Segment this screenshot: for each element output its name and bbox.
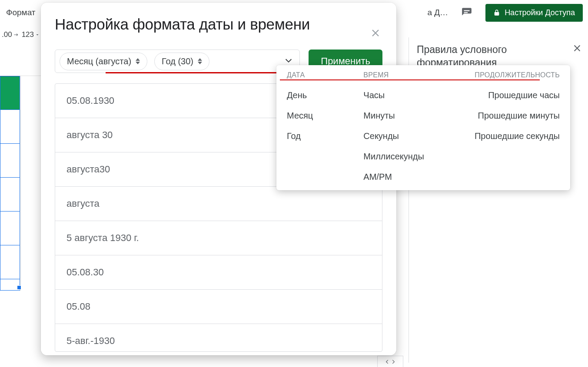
popover-option[interactable]: Минуты [363, 106, 424, 126]
arrow-right-icon [13, 32, 19, 38]
selected-range-cell[interactable] [0, 110, 20, 144]
token-chip-label: Месяц (августа) [67, 56, 131, 66]
popover-option[interactable]: Прошедшие секунды [475, 126, 560, 146]
popover-column-header: ПРОДОЛЖИТЕЛЬНОСТЬ [475, 71, 560, 79]
popover-option[interactable]: Часы [363, 85, 424, 106]
popover-column-date: ДАТА День Месяц Год [287, 71, 313, 187]
share-button[interactable]: Настройки Доступа [485, 4, 583, 22]
popover-option[interactable]: День [287, 85, 313, 106]
menu-format[interactable]: Формат [6, 8, 36, 17]
token-type-popover: ДАТА День Месяц Год ВРЕМЯ Часы Минуты Се… [276, 65, 570, 190]
popover-option[interactable]: AM/PM [363, 167, 424, 187]
chevron-right-icon [390, 359, 396, 365]
lock-icon [493, 9, 500, 17]
popover-option[interactable]: Секунды [363, 126, 424, 146]
format-token-editor: Месяц (августа) Год (30) [55, 50, 300, 73]
selected-range-cell[interactable] [0, 144, 20, 178]
popover-option[interactable]: Прошедшие часы [475, 85, 560, 106]
format-preset-item[interactable]: 5-авг.-1930 [55, 324, 382, 352]
selected-range-cell[interactable] [0, 178, 20, 212]
close-icon [370, 28, 381, 38]
dialog-title: Настройка формата даты и времени [55, 16, 382, 33]
tool-decimal-00[interactable]: .00 [2, 30, 19, 39]
selected-range-cell[interactable] [0, 212, 20, 245]
selection-handle[interactable] [17, 285, 21, 290]
token-chip-year[interactable]: Год (30) [154, 53, 209, 70]
selected-cell[interactable] [0, 76, 20, 110]
selected-range-cell[interactable] [0, 245, 20, 279]
popover-column-time: ВРЕМЯ Часы Минуты Секунды Миллисекунды A… [363, 71, 424, 187]
comments-icon[interactable] [459, 7, 474, 19]
stepper-icon [136, 58, 140, 64]
close-icon [572, 43, 582, 53]
horizontal-scroll-arrows[interactable] [377, 356, 403, 367]
popover-option[interactable]: Год [287, 126, 313, 146]
row-headers [0, 76, 21, 291]
annotation-underline [106, 72, 296, 73]
format-preset-item[interactable]: августа [55, 187, 382, 221]
popover-option[interactable]: Миллисекунды [363, 146, 424, 167]
toolbar-secondary: .00 123 [0, 25, 40, 44]
popover-option[interactable]: Прошедшие минуты [475, 106, 560, 126]
chevron-down-icon [284, 56, 293, 65]
token-chip-label: Год (30) [162, 56, 193, 66]
dialog-close-button[interactable] [368, 25, 383, 41]
token-chip-month[interactable]: Месяц (августа) [60, 53, 147, 70]
caret-down-icon [35, 32, 40, 37]
format-preset-item[interactable]: 05.08 [55, 290, 382, 324]
share-button-label: Настройки Доступа [505, 8, 575, 17]
format-preset-item[interactable]: 05.08.30 [55, 255, 382, 290]
popover-option[interactable]: Месяц [287, 106, 313, 126]
tool-more-formats[interactable]: 123 [22, 30, 40, 39]
popover-column-header: ДАТА [287, 71, 313, 79]
panel-close-button[interactable] [572, 43, 585, 56]
popover-column-header: ВРЕМЯ [363, 71, 424, 79]
annotation-underline [280, 79, 540, 80]
doc-title-truncated-tail: а Д… [427, 8, 448, 17]
format-preset-item[interactable]: 5 августа 1930 г. [55, 221, 382, 255]
stepper-icon [198, 58, 202, 64]
chevron-left-icon [384, 359, 390, 365]
popover-column-duration: ПРОДОЛЖИТЕЛЬНОСТЬ Прошедшие часы Прошедш… [475, 71, 560, 187]
